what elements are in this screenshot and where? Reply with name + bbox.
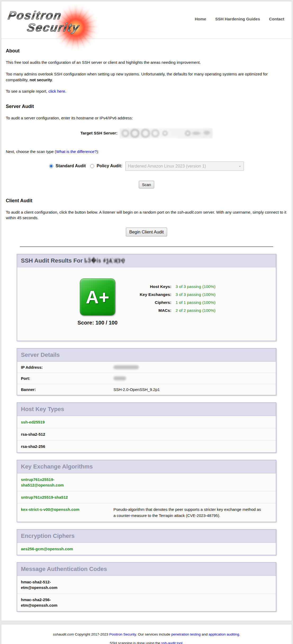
algorithm-note [113,419,262,425]
ssh-audit-results-panel: SSH Audit Results For ҍӞ�ís ҂ѯѦ҉ ӝ҈ӟҾ A+… [17,254,276,341]
main-nav: Home SSH Hardening Guides Contact [195,17,284,21]
footer-ssh-audit-tool-link[interactable]: ssh-audit tool [161,641,182,644]
algorithm-row: sntrup761x25519-sha512 [17,491,276,503]
host-key-types-header: Host Key Types [17,403,276,416]
nav-ssh-hardening-guides[interactable]: SSH Hardening Guides [215,17,260,21]
algorithm-name: sntrup761x25519-sha512 [21,494,87,500]
target-server-label: Target SSH Server: [80,131,117,136]
detail-row: IP Address: [17,362,276,373]
grade-letter: A+ [86,287,109,307]
footer: sshaudit.com Copyright 2017-2023 Positro… [1,624,292,644]
server-details-rows: IP Address: Port: Banner: SSH-2.0-OpenSS… [17,362,276,395]
footer-services-text: . Our services include [136,632,171,636]
policy-select-wrap: Hardened Amazon Linux 2023 (version 1) ⌄ [125,161,244,171]
algorithm-note: Pseudo-algorithm that denotes the peer s… [113,507,262,519]
results-divider [20,246,273,247]
footer-and-text: and [201,632,209,636]
client-audit-domain: ssh-audit.com [177,210,202,214]
macs-header: Message Authentication Codes [17,563,276,576]
algorithm-name: rsa-sha2-512 [21,431,87,437]
algorithm-row: hmac-sha2-256-etm@openssh.com [17,593,276,611]
about-paragraph-1: This free tool audits the configuration … [6,60,287,65]
footer-line-1: sshaudit.com Copyright 2017-2023 Positro… [4,632,289,636]
footer-pentest-link[interactable]: penetration testing [171,632,201,636]
algorithm-row: ssh-ed25519 [17,416,276,428]
detail-row: Banner: SSH-2.0-OpenSSH_9.2p1 [17,384,276,395]
policy-select[interactable]: Hardened Amazon Linux 2023 (version 1) [125,161,244,171]
footer-line2-suffix: . [182,641,184,644]
detail-label: Port: [21,376,113,381]
stat-value: 3 of 3 passing (100%) [176,284,216,289]
begin-client-audit-button[interactable]: Begin Client Audit [126,228,167,236]
content-area: About This free tool audits the configur… [1,48,292,236]
about-p2-bold: not security [30,78,52,82]
footer-line-2: SSH scanning is done using the ssh-audit… [4,641,289,644]
policy-audit-radio[interactable] [90,164,94,168]
nav-home[interactable]: Home [195,17,206,21]
logo-text-security: Security [26,21,81,34]
scan-type-line: Next, choose the scan type (What is the … [6,149,287,155]
site-header: Positron Security Home SSH Hardening Gui… [1,1,292,38]
logo-text-positron: Positron [7,9,63,22]
algorithm-note [113,494,262,500]
sample-report-link[interactable]: click here [48,89,65,93]
redacted-target-hostname: ҍӞ�ís ҂ѯѦ҉ ӝ҈ӟҾ [84,257,125,264]
algorithm-name: hmac-sha2-512-etm@openssh.com [21,579,87,590]
server-details-panel: Server Details IP Address: Port: Banner: [17,348,276,395]
client-audit-heading: Client Audit [6,198,287,204]
cipher-rows: aes256-gcm@openssh.com [17,543,276,555]
score-text: Score: 100 / 100 [77,320,117,326]
scan-type-suffix: ): [97,149,99,154]
algorithm-name: aes256-gcm@openssh.com [21,546,87,552]
client-audit-text: To audit a client configuration, click t… [6,210,177,214]
client-audit-paragraph: To audit a client configuration, click t… [6,209,287,221]
scan-button[interactable]: Scan [139,181,154,188]
host-key-types-panel: Host Key Types ssh-ed25519 rsa-sha2-512 … [17,402,276,453]
scan-type-difference-link[interactable]: What is the difference? [56,149,97,154]
about-paragraph-3: To see a sample report, click here. [6,88,287,94]
grade-badge: A+ [80,278,115,316]
algorithm-name: rsa-sha2-256 [21,444,87,449]
footer-appaudit-link[interactable]: application auditing [209,632,239,636]
detail-label: IP Address: [21,365,113,370]
standard-audit-label: Standard Audit [56,164,86,168]
scan-type-text: Next, choose the scan type ( [6,149,56,154]
detail-label: Banner: [21,387,113,392]
host-key-rows: ssh-ed25519 rsa-sha2-512 rsa-sha2-256 [17,416,276,452]
algorithm-name: sntrup761x25519-sha512@openssh.com [21,477,87,488]
positron-security-logo[interactable]: Positron Security [7,5,107,38]
server-audit-intro: To audit a server configuration, enter i… [6,115,287,121]
algorithm-row: sntrup761x25519-sha512@openssh.com [17,473,276,491]
algorithm-note [113,597,262,608]
algorithm-row: rsa-sha2-256 [17,440,276,452]
server-audit-heading: Server Audit [6,104,287,109]
about-p2-suffix: . [52,78,53,82]
algorithm-name: hmac-sha2-256-etm@openssh.com [21,597,87,608]
results-title: SSH Audit Results For [21,257,83,264]
page: Positron Security Home SSH Hardening Gui… [1,0,292,644]
about-heading: About [6,48,287,54]
encryption-ciphers-panel: Encryption Ciphers aes256-gcm@openssh.co… [17,529,276,555]
key-exchange-rows: sntrup761x25519-sha512@openssh.com sntru… [17,473,276,522]
detail-value [113,376,126,380]
main-content-card: Positron Security Home SSH Hardening Gui… [1,1,292,621]
target-server-row: Target SSH Server: [6,128,287,138]
stat-label: Host Keys: [140,284,171,289]
stat-value: 3 of 3 passing (100%) [176,292,216,297]
nav-contact[interactable]: Contact [269,17,284,21]
scan-type-radio-row: Standard Audit Policy Audit: Hardened Am… [6,161,287,171]
results-body: A+ Score: 100 / 100 Host Keys: 3 of 3 pa… [17,267,276,341]
footer-company-link[interactable]: Positron Security [109,632,136,636]
algorithm-name: kex-strict-s-v00@openssh.com [21,507,87,519]
algorithm-note [113,579,262,590]
results-stats: Host Keys: 3 of 3 passing (100%) Key Exc… [140,284,216,313]
algorithm-note [113,444,262,449]
header-divider [1,38,292,39]
algorithm-row: hmac-sha2-512-etm@openssh.com [17,576,276,593]
macs-panel: Message Authentication Codes hmac-sha2-5… [17,562,276,612]
standard-audit-radio[interactable] [49,164,53,168]
sample-report-suffix: . [65,89,66,93]
policy-audit-label: Policy Audit: [97,164,122,168]
algorithm-name: ssh-ed25519 [21,419,87,425]
target-server-input[interactable] [120,128,213,138]
